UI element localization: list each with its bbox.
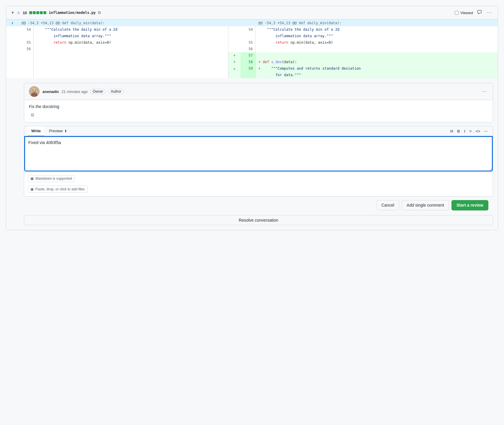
left-linenum-56: 56 <box>19 46 33 52</box>
upload-icon: ⬆ <box>64 129 67 133</box>
hunk-header-row: ↕ @@ -54,3 +54,13 @@ def daily_min(data)… <box>6 19 498 26</box>
collapse-icon[interactable]: ▼ <box>11 11 14 15</box>
drag-icon: ⊹ <box>17 10 20 15</box>
right-linenum-57: 57 <box>240 52 255 59</box>
list-btn[interactable]: ≡ <box>467 128 473 135</box>
viewed-input[interactable] <box>455 11 459 15</box>
left-linenum-57-empty <box>19 52 33 59</box>
bold-btn[interactable]: B <box>455 128 462 135</box>
diff-table: ↕ @@ -54,3 +54,13 @@ def daily_min(data)… <box>6 19 498 230</box>
file-hint[interactable]: ▣ Paste, drop, or click to add files <box>28 186 87 193</box>
left-gutter-59-empty <box>6 65 19 78</box>
right-linenum-56: 56 <box>240 46 255 52</box>
tab-write[interactable]: Write <box>28 126 44 136</box>
comment-thread-row: anenadic 21 minutes ago Owner Author ···… <box>6 78 498 230</box>
comment-text: Fix the docstring <box>29 104 488 110</box>
emoji-btn[interactable]: ☺ <box>29 111 36 119</box>
comment-body: Fix the docstring ☺ <box>24 100 493 122</box>
left-linenum-59-empty <box>19 65 33 78</box>
author-badge: Author <box>108 89 124 94</box>
diff-row-55: 55 return np.min(data, axis=0) 55 return… <box>6 39 498 46</box>
start-review-button[interactable]: Start a review <box>451 200 488 210</box>
tab-preview-label: Preview <box>49 129 63 133</box>
stat-block-2 <box>33 11 36 14</box>
right-content-57 <box>255 52 498 59</box>
left-linenum-54: 54 <box>19 26 33 39</box>
stat-block-4 <box>40 11 43 14</box>
comment-meta: anenadic 21 minutes ago Owner Author <box>42 89 478 94</box>
right-linenum-54: 54 <box>240 26 255 39</box>
right-gutter-54 <box>228 26 240 39</box>
file-hint-row: ▣ Paste, drop, or click to add files <box>28 186 489 194</box>
expand-icon[interactable]: ↕ <box>11 21 14 25</box>
file-icon: ▣ <box>30 187 34 191</box>
right-gutter-55 <box>228 39 240 46</box>
right-content-54: """Calculate the daily min of a 2d infla… <box>255 26 498 39</box>
heading-btn[interactable]: H <box>449 128 455 135</box>
code-btn[interactable]: <> <box>474 128 482 135</box>
left-gutter-56 <box>6 46 19 52</box>
cancel-button[interactable]: Cancel <box>377 200 400 210</box>
existing-comment: anenadic 21 minutes ago Owner Author ···… <box>24 83 493 122</box>
editor-toolbar: H B I ≡ <> ··· <box>449 128 489 135</box>
svg-point-4 <box>35 90 36 91</box>
left-gutter-58-empty <box>6 59 19 65</box>
markdown-icon: ▣ <box>30 176 34 181</box>
hunk-header-right: @@ -54,3 +54,13 @@ def daily_min(data): <box>255 19 498 26</box>
comment-more-btn[interactable]: ··· <box>481 88 488 95</box>
left-content-57-empty <box>33 52 228 59</box>
left-content-56 <box>33 46 228 52</box>
file-hint-text: Paste, drop, or click to add files <box>35 187 85 191</box>
reply-textarea[interactable] <box>24 136 493 171</box>
left-content-58-empty <box>33 59 228 65</box>
diff-row-54: 54 """Calculate the daily min of a 2d in… <box>6 26 498 39</box>
markdown-hint: ▣ Markdown is supported <box>28 175 75 182</box>
file-header-right: Viewed ··· <box>455 9 493 17</box>
copy-icon[interactable]: ⧉ <box>98 10 101 15</box>
right-gutter-58: + <box>228 59 240 65</box>
editor-tabs: Write Preview ⬆ H B I ≡ <> <box>24 126 493 136</box>
right-gutter-57: + <box>228 52 240 59</box>
right-linenum-59: 59 <box>240 65 255 78</box>
viewed-checkbox[interactable]: Viewed <box>455 11 473 15</box>
left-gutter-55 <box>6 39 19 46</box>
italic-btn[interactable]: I <box>462 128 467 135</box>
right-content-55: return np.min(data, axis=0) <box>255 39 498 46</box>
comment-thread-cell: anenadic 21 minutes ago Owner Author ···… <box>6 78 498 230</box>
file-name: inflammation/models.py <box>49 11 96 15</box>
hunk-right-expand <box>240 19 255 26</box>
right-content-56 <box>255 46 498 52</box>
right-linenum-58: 58 <box>240 59 255 65</box>
file-header-left: ▼ ⊹ 10 inflammation/models.py ⧉ <box>11 10 452 15</box>
viewed-label: Viewed <box>460 11 473 15</box>
left-content-59-empty <box>33 65 228 78</box>
stat-block-3 <box>36 11 39 14</box>
comment-icon-btn[interactable] <box>476 9 483 17</box>
more-toolbar-btn[interactable]: ··· <box>482 128 489 135</box>
diff-row-58: + 58 + def s_dev(data): <box>6 59 498 65</box>
stat-block-5 <box>43 11 46 14</box>
comment-header: anenadic 21 minutes ago Owner Author ··· <box>24 83 493 100</box>
reply-editor: Write Preview ⬆ H B I ≡ <> <box>24 126 493 197</box>
svg-point-3 <box>33 90 34 91</box>
right-content-58: + def s_dev(data): <box>255 59 498 65</box>
diff-stat <box>29 11 46 14</box>
avatar <box>29 86 40 97</box>
right-gutter-56 <box>228 46 240 52</box>
hunk-expand-cell: ↕ <box>6 19 19 26</box>
markdown-hint-text: Markdown is supported <box>35 176 72 181</box>
left-gutter-57-empty <box>6 52 19 59</box>
add-single-comment-button[interactable]: Add single comment <box>402 200 449 210</box>
diff-row-56: 56 56 <box>6 46 498 52</box>
tab-preview[interactable]: Preview ⬆ <box>45 126 71 136</box>
right-content-59: + """Computes and returns standard devia… <box>255 65 498 78</box>
left-linenum-55: 55 <box>19 39 33 46</box>
left-linenum-58-empty <box>19 59 33 65</box>
comment-author: anenadic <box>42 89 59 94</box>
stat-block-1 <box>29 11 32 14</box>
right-gutter-59: + <box>228 65 240 78</box>
resolve-conversation-button[interactable]: Resolve conversation <box>24 215 493 225</box>
right-linenum-55: 55 <box>240 39 255 46</box>
left-gutter-54 <box>6 26 19 39</box>
more-options-btn[interactable]: ··· <box>486 9 493 17</box>
